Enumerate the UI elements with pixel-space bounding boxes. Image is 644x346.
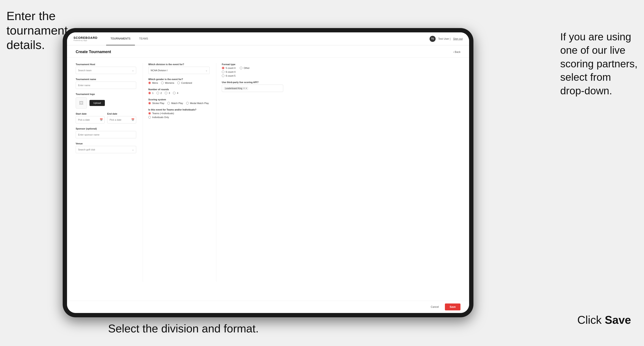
venue-input[interactable]	[76, 146, 136, 153]
tab-tournaments[interactable]: TOURNAMENTS	[106, 32, 135, 45]
tab-teams[interactable]: TEAMS	[135, 32, 152, 45]
save-button[interactable]: Save	[445, 304, 460, 310]
rounds-2-radio[interactable]	[156, 92, 159, 94]
user-label: Test User |	[438, 37, 450, 40]
scoring-stroke[interactable]: Stroke Play	[148, 102, 164, 104]
sponsor-group: Sponsor (optional)	[76, 127, 136, 138]
division-label: Which division is the event for?	[148, 63, 210, 66]
tournament-host-input[interactable]	[76, 67, 136, 74]
event-teams-radio[interactable]	[148, 112, 151, 115]
rounds-4[interactable]: 4	[173, 92, 178, 94]
api-label: Use third-party live scoring API?	[222, 81, 283, 84]
calendar-icon-end: 📅	[131, 118, 134, 121]
logo-placeholder: 🖼	[76, 97, 87, 109]
rounds-3-radio[interactable]	[165, 92, 167, 94]
scoring-medal-radio[interactable]	[186, 102, 189, 104]
gender-label: Which gender is the event for?	[148, 78, 210, 81]
gender-combined-radio[interactable]	[177, 82, 180, 84]
tournament-logo-label: Tournament logo	[76, 93, 136, 95]
tournament-host-label: Tournament Host	[76, 63, 136, 66]
event-type-label: Is this event for Teams and/or Individua…	[148, 108, 210, 111]
format-col-right: Other	[240, 67, 250, 77]
gender-mens[interactable]: Mens	[148, 82, 158, 84]
start-date-group: Start date 📅	[76, 112, 105, 124]
annotation-bottom: Select the division and format.	[108, 322, 259, 335]
tournament-name-input[interactable]	[76, 82, 136, 89]
annotation-topright: If you are using one of our live scoring…	[560, 30, 638, 98]
logo-text: SCOREBOARD	[74, 36, 98, 39]
scoring-group: Scoring system Stroke Play Match Play	[148, 98, 210, 104]
start-date-label: Start date	[76, 112, 105, 115]
venue-select-wrap	[76, 146, 136, 153]
format-other[interactable]: Other	[240, 67, 250, 69]
division-select[interactable]: NCAA Division I	[148, 67, 210, 74]
rounds-options: 1 2 3 4	[148, 92, 210, 94]
division-select-wrap: NCAA Division I	[148, 67, 210, 74]
api-tag-close[interactable]: ✕	[243, 87, 245, 89]
gender-mens-radio[interactable]	[148, 82, 151, 84]
venue-label: Venue	[76, 142, 136, 145]
format-6count5[interactable]: 6 count 5	[222, 74, 236, 77]
format-6count4-radio[interactable]	[222, 71, 224, 73]
rounds-3[interactable]: 3	[165, 92, 170, 94]
scoring-stroke-radio[interactable]	[148, 102, 151, 104]
format-5count4[interactable]: 5 count 4	[222, 67, 236, 69]
signout-link[interactable]: Sign out	[453, 37, 463, 40]
gender-options: Mens Womens Combined	[148, 82, 210, 84]
gender-womens-radio[interactable]	[161, 82, 164, 84]
format-5count4-radio[interactable]	[222, 67, 224, 69]
upload-button[interactable]: Upload	[90, 100, 105, 106]
api-group: Use third-party live scoring API? Leader…	[222, 81, 283, 92]
tournament-name-label: Tournament name	[76, 78, 136, 81]
annotation-bottomright: Click Save	[577, 313, 631, 327]
tournament-logo-group: Tournament logo 🖼 Upload	[76, 93, 136, 109]
col2: Which division is the event for? NCAA Di…	[143, 63, 210, 282]
event-type-options: Teams (+Individuals) Individuals Only	[148, 112, 210, 119]
tablet: SCOREBOARD Powered by clippi TOURNAMENTS…	[63, 28, 474, 317]
sponsor-input[interactable]	[76, 131, 136, 138]
rounds-1[interactable]: 1	[148, 92, 154, 94]
api-tag: Leaderboard King ✕ ▾	[224, 87, 248, 90]
end-date-label: End date	[107, 112, 136, 115]
venue-group: Venue	[76, 142, 136, 153]
gender-combined[interactable]: Combined	[177, 82, 192, 84]
page-content: Create Tournament ‹ Back Tournament Host…	[67, 45, 469, 301]
image-icon: 🖼	[79, 101, 84, 106]
nav-tabs: TOURNAMENTS TEAMS	[106, 32, 430, 45]
end-date-wrap: 📅	[107, 116, 136, 124]
format-other-radio[interactable]	[240, 67, 242, 69]
scoring-medal[interactable]: Medal Match Play	[186, 102, 209, 104]
col3: Format type 5 count 4 6 count 4	[216, 63, 283, 282]
event-teams[interactable]: Teams (+Individuals)	[148, 112, 210, 115]
calendar-icon: 📅	[100, 118, 103, 121]
logo-area: SCOREBOARD Powered by clippi	[74, 36, 98, 41]
logo-upload: 🖼 Upload	[76, 97, 136, 109]
gender-womens[interactable]: Womens	[161, 82, 174, 84]
event-individuals-radio[interactable]	[148, 116, 151, 119]
event-type-group: Is this event for Teams and/or Individua…	[148, 108, 210, 119]
api-tag-arrow[interactable]: ▾	[246, 87, 247, 89]
gender-group: Which gender is the event for? Mens Wome…	[148, 78, 210, 84]
scoring-options: Stroke Play Match Play Medal Match Play	[148, 102, 210, 104]
format-6count4[interactable]: 6 count 4	[222, 71, 236, 73]
rounds-1-radio[interactable]	[148, 92, 151, 94]
topnav: SCOREBOARD Powered by clippi TOURNAMENTS…	[67, 32, 469, 45]
api-input-wrap[interactable]: Leaderboard King ✕ ▾	[222, 85, 283, 92]
bottom-bar: Cancel Save	[67, 301, 469, 313]
format-6count5-radio[interactable]	[222, 74, 224, 77]
event-individuals[interactable]: Individuals Only	[148, 116, 210, 119]
tournament-name-group: Tournament name	[76, 78, 136, 89]
back-link[interactable]: ‹ Back	[453, 50, 460, 53]
cancel-button[interactable]: Cancel	[428, 304, 442, 310]
scoring-match[interactable]: Match Play	[167, 102, 183, 104]
logo-sub: Powered by clippi	[74, 39, 98, 41]
rounds-4-radio[interactable]	[173, 92, 176, 94]
scoring-match-radio[interactable]	[167, 102, 170, 104]
start-date-wrap: 📅	[76, 116, 105, 124]
scoring-label: Scoring system	[148, 98, 210, 101]
rounds-2[interactable]: 2	[156, 92, 162, 94]
tablet-screen: SCOREBOARD Powered by clippi TOURNAMENTS…	[67, 32, 469, 313]
form-area: Tournament Host Tournament name Tourname…	[67, 58, 469, 287]
nav-right: TU Test User | Sign out	[430, 36, 463, 42]
col1: Tournament Host Tournament name Tourname…	[76, 63, 136, 282]
